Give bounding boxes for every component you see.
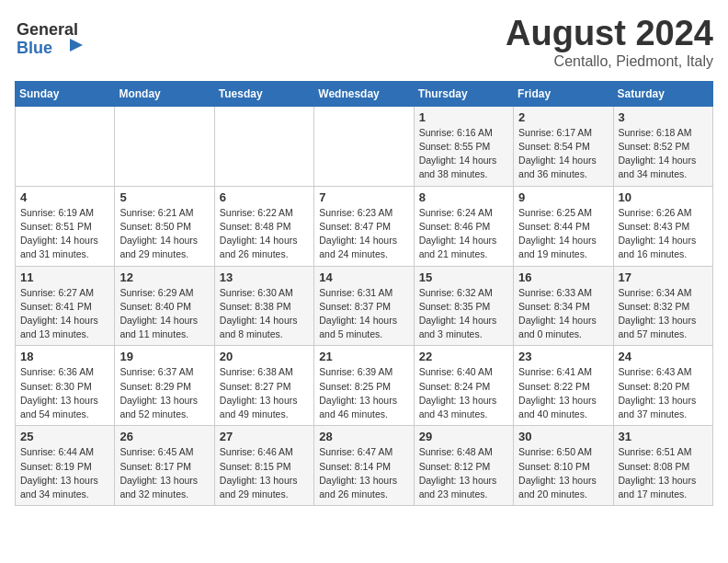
calendar-table: SundayMondayTuesdayWednesdayThursdayFrid… [15, 81, 713, 506]
calendar-cell: 24Sunrise: 6:43 AM Sunset: 8:20 PM Dayli… [613, 346, 712, 426]
svg-text:Blue: Blue [17, 39, 52, 57]
day-number: 22 [419, 350, 508, 363]
day-number: 14 [319, 270, 408, 284]
day-number: 6 [220, 190, 309, 204]
day-number: 20 [220, 350, 309, 363]
calendar-cell: 8Sunrise: 6:24 AM Sunset: 8:46 PM Daylig… [414, 186, 513, 266]
day-info: Sunrise: 6:34 AM Sunset: 8:32 PM Dayligh… [619, 286, 708, 342]
day-of-week-header: Friday [514, 81, 613, 106]
calendar-cell: 21Sunrise: 6:39 AM Sunset: 8:25 PM Dayli… [314, 346, 414, 426]
day-number: 7 [319, 190, 408, 204]
day-number: 5 [119, 190, 209, 204]
calendar-cell [16, 106, 115, 186]
day-info: Sunrise: 6:39 AM Sunset: 8:25 PM Dayligh… [319, 365, 408, 421]
day-number: 15 [419, 270, 508, 284]
day-number: 23 [518, 350, 608, 363]
calendar-cell [214, 106, 313, 186]
day-info: Sunrise: 6:23 AM Sunset: 8:47 PM Dayligh… [319, 206, 408, 262]
day-of-week-header: Tuesday [214, 81, 313, 106]
day-info: Sunrise: 6:19 AM Sunset: 8:51 PM Dayligh… [20, 206, 109, 262]
day-info: Sunrise: 6:44 AM Sunset: 8:19 PM Dayligh… [20, 445, 109, 501]
calendar-cell: 2Sunrise: 6:17 AM Sunset: 8:54 PM Daylig… [514, 106, 613, 186]
calendar-cell: 20Sunrise: 6:38 AM Sunset: 8:27 PM Dayli… [214, 346, 313, 426]
logo: General Blue [15, 15, 97, 59]
day-of-week-header: Saturday [613, 81, 712, 106]
calendar-cell: 23Sunrise: 6:41 AM Sunset: 8:22 PM Dayli… [514, 346, 613, 426]
day-number: 12 [119, 270, 209, 284]
calendar-cell: 9Sunrise: 6:25 AM Sunset: 8:44 PM Daylig… [514, 186, 613, 266]
calendar-cell: 5Sunrise: 6:21 AM Sunset: 8:50 PM Daylig… [115, 186, 214, 266]
calendar-cell: 10Sunrise: 6:26 AM Sunset: 8:43 PM Dayli… [613, 186, 712, 266]
day-number: 8 [419, 190, 508, 204]
calendar-week-row: 4Sunrise: 6:19 AM Sunset: 8:51 PM Daylig… [16, 186, 713, 266]
day-info: Sunrise: 6:29 AM Sunset: 8:40 PM Dayligh… [119, 286, 209, 342]
day-number: 21 [319, 350, 408, 363]
calendar-cell: 31Sunrise: 6:51 AM Sunset: 8:08 PM Dayli… [613, 426, 712, 506]
logo-svg: General Blue [15, 15, 97, 59]
svg-text:General: General [17, 20, 78, 39]
calendar-cell: 7Sunrise: 6:23 AM Sunset: 8:47 PM Daylig… [314, 186, 414, 266]
day-number: 18 [20, 350, 109, 363]
day-info: Sunrise: 6:30 AM Sunset: 8:38 PM Dayligh… [220, 286, 309, 342]
day-info: Sunrise: 6:51 AM Sunset: 8:08 PM Dayligh… [619, 445, 708, 501]
calendar-cell [314, 106, 414, 186]
day-info: Sunrise: 6:40 AM Sunset: 8:24 PM Dayligh… [419, 365, 508, 421]
calendar-cell: 11Sunrise: 6:27 AM Sunset: 8:41 PM Dayli… [16, 266, 115, 346]
day-info: Sunrise: 6:36 AM Sunset: 8:30 PM Dayligh… [20, 365, 109, 421]
title-block: August 2024 Centallo, Piedmont, Italy [506, 15, 713, 70]
day-info: Sunrise: 6:17 AM Sunset: 8:54 PM Dayligh… [518, 126, 608, 182]
day-info: Sunrise: 6:32 AM Sunset: 8:35 PM Dayligh… [419, 286, 508, 342]
calendar-week-row: 1Sunrise: 6:16 AM Sunset: 8:55 PM Daylig… [16, 106, 713, 186]
day-number: 28 [319, 430, 408, 443]
calendar-week-row: 18Sunrise: 6:36 AM Sunset: 8:30 PM Dayli… [16, 346, 713, 426]
calendar-cell: 29Sunrise: 6:48 AM Sunset: 8:12 PM Dayli… [414, 426, 513, 506]
calendar-cell: 12Sunrise: 6:29 AM Sunset: 8:40 PM Dayli… [115, 266, 214, 346]
day-number: 13 [220, 270, 309, 284]
day-info: Sunrise: 6:37 AM Sunset: 8:29 PM Dayligh… [119, 365, 209, 421]
svg-marker-1 [70, 39, 83, 52]
calendar-cell [115, 106, 214, 186]
calendar-cell: 25Sunrise: 6:44 AM Sunset: 8:19 PM Dayli… [16, 426, 115, 506]
day-of-week-header: Wednesday [314, 81, 414, 106]
day-number: 31 [619, 430, 708, 443]
day-number: 30 [518, 430, 608, 443]
calendar-week-row: 11Sunrise: 6:27 AM Sunset: 8:41 PM Dayli… [16, 266, 713, 346]
day-info: Sunrise: 6:43 AM Sunset: 8:20 PM Dayligh… [619, 365, 708, 421]
calendar-cell: 16Sunrise: 6:33 AM Sunset: 8:34 PM Dayli… [514, 266, 613, 346]
calendar-cell: 26Sunrise: 6:45 AM Sunset: 8:17 PM Dayli… [115, 426, 214, 506]
day-info: Sunrise: 6:45 AM Sunset: 8:17 PM Dayligh… [119, 445, 209, 501]
calendar-cell: 28Sunrise: 6:47 AM Sunset: 8:14 PM Dayli… [314, 426, 414, 506]
calendar-cell: 30Sunrise: 6:50 AM Sunset: 8:10 PM Dayli… [514, 426, 613, 506]
calendar-cell: 22Sunrise: 6:40 AM Sunset: 8:24 PM Dayli… [414, 346, 513, 426]
day-number: 16 [518, 270, 608, 284]
day-of-week-header: Sunday [16, 81, 115, 106]
calendar-cell: 1Sunrise: 6:16 AM Sunset: 8:55 PM Daylig… [414, 106, 513, 186]
calendar-cell: 18Sunrise: 6:36 AM Sunset: 8:30 PM Dayli… [16, 346, 115, 426]
day-info: Sunrise: 6:46 AM Sunset: 8:15 PM Dayligh… [220, 445, 309, 501]
day-number: 19 [119, 350, 209, 363]
day-number: 10 [619, 190, 708, 204]
calendar-cell: 4Sunrise: 6:19 AM Sunset: 8:51 PM Daylig… [16, 186, 115, 266]
day-number: 11 [20, 270, 109, 284]
calendar-cell: 17Sunrise: 6:34 AM Sunset: 8:32 PM Dayli… [613, 266, 712, 346]
calendar-header-row: SundayMondayTuesdayWednesdayThursdayFrid… [16, 81, 713, 106]
day-info: Sunrise: 6:33 AM Sunset: 8:34 PM Dayligh… [518, 286, 608, 342]
day-info: Sunrise: 6:25 AM Sunset: 8:44 PM Dayligh… [518, 206, 608, 262]
day-info: Sunrise: 6:50 AM Sunset: 8:10 PM Dayligh… [518, 445, 608, 501]
day-number: 4 [20, 190, 109, 204]
calendar-cell: 27Sunrise: 6:46 AM Sunset: 8:15 PM Dayli… [214, 426, 313, 506]
day-info: Sunrise: 6:16 AM Sunset: 8:55 PM Dayligh… [419, 126, 508, 182]
day-info: Sunrise: 6:24 AM Sunset: 8:46 PM Dayligh… [419, 206, 508, 262]
day-info: Sunrise: 6:47 AM Sunset: 8:14 PM Dayligh… [319, 445, 408, 501]
day-info: Sunrise: 6:26 AM Sunset: 8:43 PM Dayligh… [619, 206, 708, 262]
day-number: 17 [619, 270, 708, 284]
page-header: General Blue August 2024 Centallo, Piedm… [15, 15, 713, 70]
day-number: 26 [119, 430, 209, 443]
day-of-week-header: Monday [115, 81, 214, 106]
calendar-week-row: 25Sunrise: 6:44 AM Sunset: 8:19 PM Dayli… [16, 426, 713, 506]
day-number: 2 [518, 110, 608, 124]
day-info: Sunrise: 6:41 AM Sunset: 8:22 PM Dayligh… [518, 365, 608, 421]
day-of-week-header: Thursday [414, 81, 513, 106]
page-subtitle: Centallo, Piedmont, Italy [506, 53, 713, 70]
day-info: Sunrise: 6:31 AM Sunset: 8:37 PM Dayligh… [319, 286, 408, 342]
